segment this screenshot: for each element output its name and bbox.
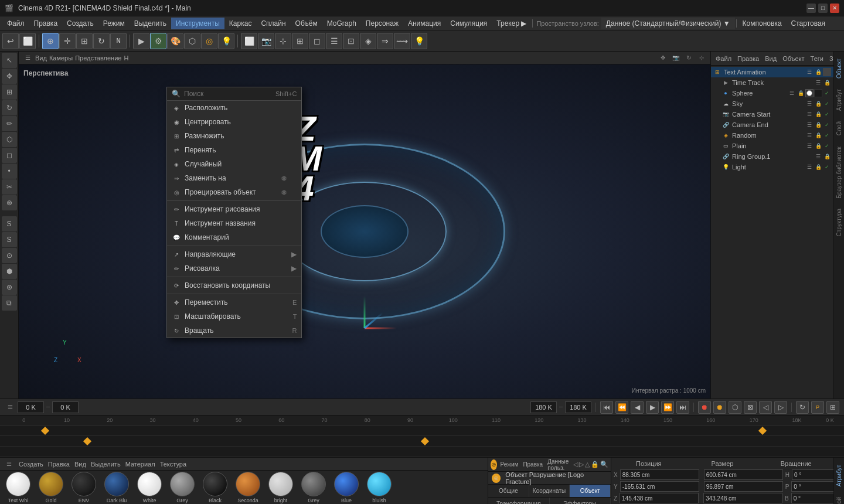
viewport-canvas[interactable]: CZEMA4 Y X Z Интервал растра : 1000 cm <box>19 64 710 399</box>
menu-random[interactable]: ◈ Случайный <box>167 157 301 171</box>
lt-s4[interactable]: ⬢ <box>2 264 17 279</box>
move2-btn[interactable]: ⇒ <box>377 33 393 49</box>
menu-animation[interactable]: Анимация <box>403 18 445 29</box>
menu-mograph[interactable]: MoGraph <box>322 18 361 29</box>
lt-s3[interactable]: ⊙ <box>2 248 17 263</box>
menu-arrange[interactable]: ◈ Расположить <box>167 101 301 115</box>
rst-attrib-tab-bottom[interactable]: Атрибут <box>834 460 844 491</box>
record-button[interactable]: ⚙ <box>150 33 166 49</box>
menu-transfer[interactable]: ⇄ Перенять <box>167 143 301 157</box>
ptab-general[interactable]: Общие <box>488 485 529 497</box>
end-frame1-input[interactable] <box>530 401 557 413</box>
mat-blue[interactable]: Blue <box>332 472 361 503</box>
menu-rotate[interactable]: ↻ Вращать R <box>167 323 301 338</box>
end-frame2-input[interactable] <box>565 401 591 413</box>
floor-btn[interactable]: ◻ <box>309 33 325 49</box>
keyframe-2[interactable] <box>758 427 767 435</box>
tree-item-plain[interactable]: ▭ Plain ☰ 🔒 ✓ <box>711 141 833 151</box>
viewport-camera-btn[interactable]: Вид <box>35 55 47 62</box>
menu-startup[interactable]: Стартовая <box>787 18 831 29</box>
start-frame-input[interactable] <box>18 401 44 413</box>
lt-s1[interactable]: S <box>2 216 17 231</box>
menu-spline[interactable]: Сплайн <box>256 18 290 29</box>
skip-start-btn[interactable]: ⏮ <box>600 401 613 414</box>
tree-item-ringgroup[interactable]: 🔗 Ring Group.1 ☰ 🔒 <box>711 151 833 162</box>
shade-btn[interactable]: ◈ <box>360 33 376 49</box>
tree-item-sphere[interactable]: ● Sphere ☰ 🔒 ✓ <box>711 88 833 98</box>
play-fwd-btn[interactable]: ▶ <box>646 401 659 414</box>
menu-nodedata[interactable]: Данное (Стандартный/Физический) ▼ <box>601 18 735 29</box>
menu-draw-tool[interactable]: ✏ Инструмент рисования <box>167 202 301 216</box>
mat-view-btn[interactable]: Вид <box>74 461 86 468</box>
menu-layout[interactable]: Компоновка <box>738 18 787 29</box>
coord-x-size[interactable] <box>704 469 783 480</box>
next-frame-btn[interactable]: ⏩ <box>661 401 674 414</box>
menu-scale[interactable]: ⊡ Масштабировать T <box>167 309 301 323</box>
skip-end-btn[interactable]: ⏭ <box>676 401 689 414</box>
attrib-menu-btn1[interactable]: Режим <box>501 461 519 468</box>
mat-menu-icon[interactable]: ☰ <box>4 459 14 469</box>
mat-bluish[interactable]: bluish <box>365 472 394 503</box>
menu-center[interactable]: ◉ Центрировать <box>167 115 301 129</box>
rst-attrib-tab[interactable]: Атрибут <box>834 84 844 115</box>
coord-y-pos[interactable] <box>620 481 699 492</box>
mat-bright[interactable]: bright <box>266 472 295 503</box>
coord-z-size[interactable] <box>703 493 782 503</box>
play-back-btn[interactable]: ◀ <box>631 401 644 414</box>
ptab-transform[interactable]: Трансформация <box>488 498 550 504</box>
rst-layer-tab-bottom[interactable]: Слой <box>834 492 844 504</box>
tree-item-camend[interactable]: 🔗 Camera End ☰ 🔒 ✓ <box>711 120 833 130</box>
grid-btn[interactable]: ⊞ <box>292 33 308 49</box>
attrib-up-icon[interactable]: △ <box>585 461 590 468</box>
minimize-button[interactable]: — <box>806 4 816 13</box>
mat-texture-btn[interactable]: Текстура <box>160 461 186 468</box>
rm-file-btn[interactable]: Файл <box>713 54 734 63</box>
coord-x-pos[interactable] <box>620 469 699 480</box>
menu-tools[interactable]: Инструменты <box>171 18 224 29</box>
particles-btn[interactable]: ☰ <box>326 33 342 49</box>
menu-comment[interactable]: 💬 Комментарий <box>167 230 301 244</box>
autokey-btn[interactable]: ⏺ <box>713 401 726 414</box>
menu-draw[interactable]: ✏ Рисовалка ▶ <box>167 261 301 275</box>
lt-point[interactable]: • <box>2 164 17 179</box>
special-btn[interactable]: N <box>110 33 127 49</box>
viewport-cameras-btn[interactable]: Камеры <box>49 55 73 62</box>
menu-replace[interactable]: ⇒ Заменить на ⚙ <box>167 171 301 185</box>
menu-simulation[interactable]: Симуляция <box>445 18 492 29</box>
prev-key-btn[interactable]: ◁ <box>759 401 772 414</box>
tree-item-camstart[interactable]: 📷 Camera Start ☰ 🔒 ✓ <box>711 109 833 120</box>
snap-btn[interactable]: ⊹ <box>275 33 291 49</box>
rm-obj-btn[interactable]: Объект <box>780 54 806 63</box>
attrib-lock-icon[interactable]: 🔒 <box>591 461 599 468</box>
attrib-search-icon[interactable]: 🔍 <box>600 461 608 468</box>
rm-view-btn[interactable]: Вид <box>763 54 779 63</box>
keyframe-3[interactable] <box>83 437 91 445</box>
lt-edge[interactable]: ◻ <box>2 148 17 163</box>
bulge-btn[interactable]: 💡 <box>411 33 427 49</box>
redo-button[interactable]: ⬜ <box>19 33 36 49</box>
keyframe-btn[interactable]: ⬡ <box>729 401 741 414</box>
viewport-n-btn[interactable]: Н <box>124 55 128 62</box>
tree-item-random[interactable]: ◈ Random ☰ 🔒 ✓ <box>711 130 833 141</box>
attrib-menu-btn2[interactable]: Правка <box>523 461 543 468</box>
menu-name-tool[interactable]: Т Инструмент названия <box>167 216 301 230</box>
mat-grey1[interactable]: Grey <box>168 472 197 503</box>
menu-character[interactable]: Персонаж <box>361 18 403 29</box>
menu-reset-coords[interactable]: ⟳ Восстановить координаты <box>167 278 301 292</box>
timeline-menu-icon[interactable]: ☰ <box>5 402 15 413</box>
fps-btn[interactable]: P <box>811 401 824 414</box>
menu-select[interactable]: Выделить <box>130 18 171 29</box>
viewport[interactable]: ☰ Вид Камеры Представление Н ✥ 📷 ↻ ⊹ <box>19 52 710 399</box>
menu-duplicate[interactable]: ⊞ Размножить <box>167 129 301 143</box>
dropdown-search-bar[interactable]: 🔍 Shift+C <box>167 87 301 101</box>
search-input[interactable] <box>184 90 272 98</box>
rst-objects-tab[interactable]: Объект <box>834 54 844 83</box>
paint-button[interactable]: 🎨 <box>167 33 183 49</box>
lt-move[interactable]: ✥ <box>2 69 17 84</box>
ptab-coords[interactable]: Координаты <box>529 485 570 497</box>
lt-poly[interactable]: ⬡ <box>2 132 17 147</box>
prev-frame-btn[interactable]: ⏪ <box>615 401 628 414</box>
sphere-button[interactable]: ◎ <box>201 33 217 49</box>
play-button[interactable]: ▶ <box>133 33 149 49</box>
mat-material-btn[interactable]: Материал <box>125 461 155 468</box>
